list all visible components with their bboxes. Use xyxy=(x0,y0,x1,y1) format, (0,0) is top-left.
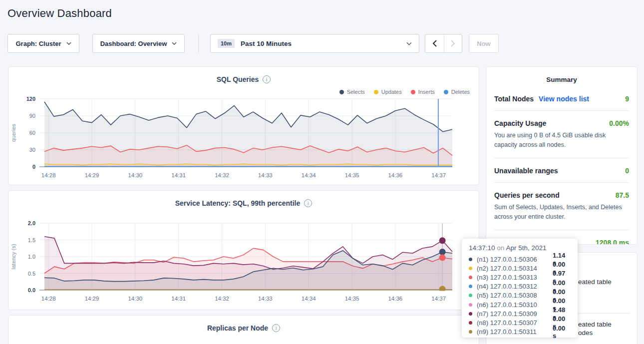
tooltip-node: (n5) 127.0.0.1:50308 xyxy=(477,292,553,299)
tooltip-node: (n8) 127.0.0.1:50307 xyxy=(477,319,553,327)
time-forward-button[interactable] xyxy=(444,34,462,52)
series-dot xyxy=(469,330,472,334)
svg-text:14:37: 14:37 xyxy=(431,296,446,302)
svg-text:14:34: 14:34 xyxy=(302,172,316,178)
summary-value: 1208.0 ms xyxy=(596,239,629,245)
svg-text:14:33: 14:33 xyxy=(258,172,273,178)
view-nodes-list-link[interactable]: View nodes list xyxy=(539,95,589,103)
legend-label: Deletes xyxy=(451,89,470,95)
summary-value: 9 xyxy=(625,95,629,103)
chart-title: Service Latency: SQL, 99th percentile xyxy=(175,199,301,207)
tooltip-time: 14:37:10 xyxy=(469,244,495,252)
svg-text:14:35: 14:35 xyxy=(345,172,359,178)
legend-item[interactable]: Selects xyxy=(339,89,365,95)
chart-tooltip: 14:37:10 on Apr 5th, 2021 (n1) 127.0.0.1… xyxy=(462,239,578,338)
page-title: Overview Dashboard xyxy=(7,7,112,20)
summary-row: Queries per second87.5Sum of Selects, Up… xyxy=(494,182,629,230)
tooltip-timestamp: 14:37:10 on Apr 5th, 2021 xyxy=(469,244,571,252)
tooltip-node: (n1) 127.0.0.1:50306 xyxy=(477,256,553,263)
tooltip-rows: (n1) 127.0.0.1:503061.14 s(n2) 127.0.0.1… xyxy=(469,255,571,337)
info-icon[interactable] xyxy=(304,199,312,207)
tooltip-row: (n9) 127.0.0.1:503110.00 s xyxy=(469,328,571,337)
svg-text:14:29: 14:29 xyxy=(85,296,99,302)
summary-label: Total Nodes xyxy=(494,95,534,103)
chevron-down-icon xyxy=(66,42,71,45)
svg-text:0.0: 0.0 xyxy=(28,287,35,293)
sql-queries-chart[interactable]: 14:2814:2914:3014:3114:3214:3314:3414:35… xyxy=(8,95,480,184)
chevron-down-icon xyxy=(172,42,177,45)
chevron-down-icon xyxy=(406,42,412,45)
summary-row: Total NodesView nodes list9 xyxy=(494,86,629,110)
summary-label: Capacity Usage xyxy=(494,119,546,127)
time-range-label: Past 10 Minutes xyxy=(241,40,292,47)
series-dot xyxy=(469,321,472,325)
event-text-fragment: eated table xyxy=(578,321,612,328)
svg-text:90: 90 xyxy=(29,113,35,119)
event-text-fragment: eated table xyxy=(578,278,612,286)
summary-label: Unavailable ranges xyxy=(494,167,558,175)
summary-card: Summary Total NodesView nodes list9Capac… xyxy=(486,66,638,245)
info-icon[interactable] xyxy=(263,75,271,83)
series-dot xyxy=(469,312,472,316)
svg-text:14:31: 14:31 xyxy=(171,172,186,178)
svg-text:14:28: 14:28 xyxy=(41,296,56,302)
now-button[interactable]: Now xyxy=(469,34,499,53)
chart-title-row: Service Latency: SQL, 99th percentile xyxy=(8,199,479,207)
svg-text:14:35: 14:35 xyxy=(345,296,359,302)
summary-description: Sum of Selects, Updates, Inserts, and De… xyxy=(494,203,629,222)
svg-text:14:28: 14:28 xyxy=(41,172,56,178)
svg-text:14:32: 14:32 xyxy=(215,296,229,302)
legend-item[interactable]: Deletes xyxy=(444,89,470,95)
service-latency-chart[interactable]: 14:2814:2914:3014:3114:3214:3314:3414:35… xyxy=(8,219,480,308)
chart-title-row: Replicas per Node xyxy=(8,324,479,332)
service-latency-card: Service Latency: SQL, 99th percentile 14… xyxy=(8,190,479,310)
chart-title: SQL Queries xyxy=(217,75,259,83)
svg-text:0: 0 xyxy=(32,164,35,170)
svg-text:queries: queries xyxy=(10,123,16,142)
svg-text:14:29: 14:29 xyxy=(85,172,99,178)
dashboard-selector-dropdown[interactable]: Dashboard: Overview xyxy=(92,34,185,53)
svg-text:14:36: 14:36 xyxy=(388,296,402,302)
tooltip-node: (n7) 127.0.0.1:50309 xyxy=(477,310,553,318)
graph-selector-dropdown[interactable]: Graph: Cluster xyxy=(7,34,79,53)
svg-text:14:33: 14:33 xyxy=(258,296,273,302)
series-dot xyxy=(469,294,472,297)
summary-value: 0.00% xyxy=(609,119,629,127)
tooltip-on: on xyxy=(497,244,504,252)
tooltip-node: (n9) 127.0.0.1:50311 xyxy=(477,328,553,336)
summary-description: You are using 0 B of 4.5 GiB usable disk… xyxy=(494,131,629,150)
sql-queries-card: SQL Queries SelectsUpdatesInsertsDeletes… xyxy=(8,66,479,185)
time-back-button[interactable] xyxy=(425,34,444,52)
svg-text:2.0: 2.0 xyxy=(28,220,35,226)
svg-text:14:34: 14:34 xyxy=(302,296,316,302)
legend-dot xyxy=(411,90,415,94)
summary-label: Queries per second xyxy=(494,191,560,199)
svg-text:1.0: 1.0 xyxy=(28,254,35,260)
summary-row: Capacity Usage0.00%You are using 0 B of … xyxy=(494,110,629,158)
legend-dot xyxy=(374,90,378,94)
legend-item[interactable]: Updates xyxy=(374,89,402,95)
svg-text:14:31: 14:31 xyxy=(171,296,186,302)
summary-title: Summary xyxy=(494,76,629,83)
svg-text:14:30: 14:30 xyxy=(128,172,142,178)
series-dot xyxy=(469,258,472,261)
dashboard-selector-label: Dashboard: Overview xyxy=(100,40,167,47)
summary-value: 87.5 xyxy=(616,191,629,199)
legend-item[interactable]: Inserts xyxy=(411,89,435,95)
series-dot xyxy=(469,303,472,307)
svg-text:14:36: 14:36 xyxy=(388,172,402,178)
svg-text:14:30: 14:30 xyxy=(128,296,142,302)
tooltip-node: (n4) 127.0.0.1:50312 xyxy=(477,283,553,290)
series-dot xyxy=(469,285,472,288)
replicas-per-node-card: Replicas per Node xyxy=(8,315,479,344)
chevron-right-icon xyxy=(451,40,455,47)
summary-row: Unavailable ranges0 xyxy=(494,158,629,182)
time-range-dropdown[interactable]: 10m Past 10 Minutes xyxy=(210,34,419,53)
info-icon[interactable] xyxy=(272,324,280,332)
svg-text:1.5: 1.5 xyxy=(28,237,35,243)
summary-value: 0 xyxy=(625,167,629,175)
tooltip-value: 0.00 s xyxy=(553,325,571,340)
series-dot xyxy=(469,276,472,279)
series-dot xyxy=(469,267,472,270)
svg-text:14:32: 14:32 xyxy=(215,172,229,178)
